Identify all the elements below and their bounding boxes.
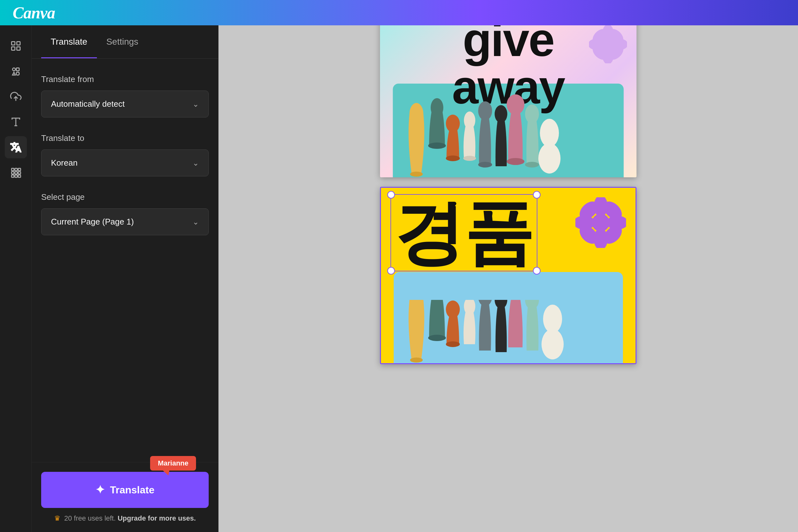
translate-from-value: Automatically detect (51, 99, 125, 109)
svg-point-38 (478, 162, 492, 168)
handle-tr (533, 191, 540, 198)
apps-icon (10, 167, 21, 178)
sidebar-item-grid-layout[interactable] (5, 35, 27, 57)
sidebar-item-text[interactable] (5, 111, 27, 133)
translate-button[interactable]: ✦ Translate (41, 472, 209, 508)
svg-marker-6 (12, 72, 15, 75)
text-icon (10, 116, 21, 128)
svg-rect-14 (12, 172, 14, 174)
svg-point-61 (446, 341, 460, 347)
svg-point-33 (446, 115, 460, 132)
svg-rect-18 (15, 175, 17, 178)
sidebar-item-translate[interactable] (5, 136, 27, 158)
svg-point-31 (431, 98, 443, 117)
card2-vases (397, 300, 619, 363)
svg-rect-19 (18, 175, 21, 178)
usage-info: ♛ 20 free uses left. Upgrade for more us… (41, 514, 209, 522)
translate-icon (10, 141, 21, 153)
panel-content: Translate from Automatically detect ⌄ Tr… (32, 59, 218, 462)
elements-icon (10, 65, 21, 77)
svg-point-34 (446, 155, 460, 161)
svg-point-40 (507, 94, 525, 115)
panel-tabs: Translate Settings (32, 25, 218, 59)
svg-rect-13 (18, 169, 21, 171)
panel-bottom: Marianne ✦ Translate ♛ 20 free uses left… (32, 462, 218, 532)
user-badge-name: Marianne (158, 459, 188, 468)
translate-panel: Translate Settings Translate from Automa… (32, 25, 218, 532)
svg-rect-2 (12, 47, 15, 50)
svg-point-35 (464, 112, 475, 129)
tab-settings[interactable]: Settings (97, 25, 148, 58)
svg-point-60 (446, 301, 460, 318)
select-page-label: Select page (41, 192, 209, 202)
svg-point-65 (507, 300, 525, 301)
user-badge: Marianne (150, 456, 196, 471)
svg-point-68 (542, 329, 564, 359)
canvas-area: give away (218, 25, 798, 532)
translate-from-dropdown[interactable]: Automatically detect ⌄ (41, 91, 209, 117)
svg-rect-11 (12, 169, 14, 171)
svg-rect-0 (12, 42, 15, 45)
svg-point-45 (538, 143, 560, 173)
svg-point-64 (495, 300, 507, 309)
design-card-1: give away (380, 25, 636, 177)
translate-to-value: Korean (51, 158, 78, 168)
handle-br (533, 267, 540, 274)
svg-point-59 (428, 335, 446, 341)
svg-point-57 (410, 358, 423, 363)
card1-flower-decoration (589, 25, 627, 63)
svg-rect-69 (548, 317, 557, 327)
chevron-down-icon-3: ⌄ (192, 217, 199, 226)
sidebar-item-apps[interactable] (5, 162, 27, 184)
svg-point-28 (602, 38, 614, 51)
card2-flower-decoration (575, 197, 626, 248)
korean-text-selection: 경품 (391, 194, 537, 271)
chevron-down-icon-2: ⌄ (192, 159, 199, 168)
crown-icon: ♛ (54, 514, 60, 522)
svg-rect-1 (17, 42, 20, 45)
upgrade-link[interactable]: Upgrade for more uses. (117, 514, 196, 522)
card1-vases (397, 82, 619, 177)
design-card-2: 경품 (380, 187, 636, 364)
svg-rect-5 (16, 68, 19, 71)
svg-rect-16 (18, 172, 21, 174)
usage-text: 20 free uses left. (64, 514, 116, 522)
sidebar-item-elements[interactable] (5, 60, 27, 82)
translate-btn-label: Translate (110, 484, 154, 496)
svg-point-55 (592, 214, 610, 231)
translate-from-label: Translate from (41, 74, 209, 84)
upload-icon (10, 91, 21, 102)
svg-point-66 (525, 300, 539, 309)
svg-point-41 (507, 158, 525, 165)
svg-point-43 (525, 162, 539, 168)
svg-rect-12 (15, 169, 17, 171)
grid-layout-icon (10, 40, 21, 52)
svg-rect-15 (15, 172, 17, 174)
svg-rect-46 (545, 131, 554, 141)
svg-rect-3 (17, 47, 20, 50)
translate-to-label: Translate to (41, 133, 209, 143)
svg-point-4 (12, 68, 15, 71)
handle-bl (387, 267, 395, 274)
sidebar-item-upload[interactable] (5, 86, 27, 108)
svg-rect-17 (12, 175, 14, 178)
translate-button-wrapper: Marianne ✦ Translate (41, 472, 209, 508)
canva-logo: Canva (13, 3, 55, 22)
svg-point-63 (478, 300, 492, 306)
translate-btn-icon: ✦ (95, 483, 105, 496)
svg-point-37 (478, 101, 492, 120)
svg-point-32 (428, 142, 446, 149)
svg-point-39 (495, 105, 507, 123)
svg-point-42 (525, 104, 539, 124)
app-header: Canva (0, 0, 798, 25)
sidebar-icons (0, 25, 32, 532)
select-page-value: Current Page (Page 1) (51, 217, 134, 227)
svg-point-30 (410, 172, 423, 177)
tab-translate[interactable]: Translate (41, 25, 97, 58)
select-page-dropdown[interactable]: Current Page (Page 1) ⌄ (41, 208, 209, 235)
main-layout: Translate Settings Translate from Automa… (0, 25, 798, 532)
svg-point-36 (463, 156, 476, 161)
card2-korean-text: 경품 (394, 198, 534, 268)
chevron-down-icon: ⌄ (192, 100, 199, 109)
translate-to-dropdown[interactable]: Korean ⌄ (41, 150, 209, 176)
